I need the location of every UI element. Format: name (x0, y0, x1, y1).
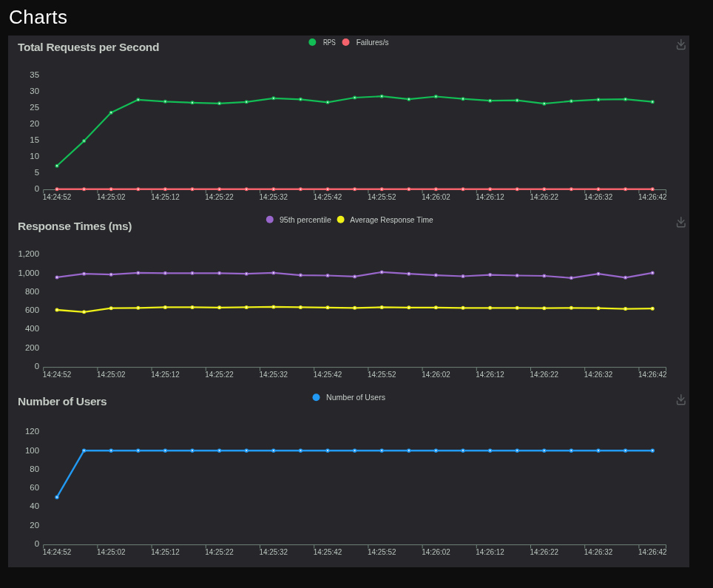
svg-text:14:26:42: 14:26:42 (638, 547, 667, 556)
svg-text:30: 30 (30, 87, 39, 95)
svg-text:40: 40 (30, 501, 39, 510)
svg-text:14:25:52: 14:25:52 (368, 192, 396, 201)
svg-text:14:26:42: 14:26:42 (638, 192, 667, 201)
svg-text:10: 10 (30, 152, 39, 160)
svg-text:14:24:52: 14:24:52 (43, 370, 72, 379)
svg-text:RPS: RPS (323, 38, 336, 47)
svg-text:14:24:52: 14:24:52 (43, 192, 72, 201)
svg-text:14:25:52: 14:25:52 (368, 370, 396, 379)
svg-text:14:25:12: 14:25:12 (151, 370, 180, 379)
svg-text:14:25:32: 14:25:32 (260, 547, 288, 556)
svg-text:14:26:32: 14:26:32 (584, 192, 613, 201)
svg-text:14:25:22: 14:25:22 (205, 192, 234, 201)
svg-text:Failures/s: Failures/s (356, 38, 389, 47)
svg-text:Number of Users: Number of Users (326, 393, 385, 402)
svg-text:14:26:12: 14:26:12 (476, 370, 504, 379)
svg-text:14:25:22: 14:25:22 (205, 547, 234, 556)
svg-text:14:26:22: 14:26:22 (530, 192, 559, 201)
svg-text:14:25:52: 14:25:52 (368, 547, 396, 556)
svg-text:800: 800 (25, 287, 39, 296)
svg-text:120: 120 (25, 427, 39, 436)
svg-text:14:25:22: 14:25:22 (205, 370, 234, 379)
svg-text:15: 15 (30, 135, 39, 144)
svg-text:5: 5 (35, 168, 39, 177)
svg-text:14:26:32: 14:26:32 (584, 370, 613, 379)
svg-text:25: 25 (30, 103, 39, 112)
svg-text:95th percentile: 95th percentile (280, 215, 331, 224)
svg-text:0: 0 (35, 362, 39, 371)
svg-text:200: 200 (25, 343, 39, 352)
svg-text:Number of Users: Number of Users (18, 395, 107, 408)
svg-text:60: 60 (30, 483, 39, 492)
svg-text:14:25:12: 14:25:12 (151, 547, 180, 556)
svg-text:14:26:32: 14:26:32 (584, 547, 613, 556)
svg-text:14:25:02: 14:25:02 (97, 547, 126, 556)
svg-text:14:26:42: 14:26:42 (638, 370, 667, 379)
svg-text:0: 0 (35, 184, 39, 193)
svg-text:14:25:02: 14:25:02 (97, 370, 126, 379)
svg-text:Total Requests per Second: Total Requests per Second (18, 41, 159, 53)
svg-text:14:25:12: 14:25:12 (151, 192, 180, 201)
svg-text:20: 20 (30, 521, 39, 530)
svg-text:1,000: 1,000 (18, 268, 39, 277)
svg-text:14:26:02: 14:26:02 (422, 370, 450, 379)
svg-text:14:25:32: 14:25:32 (260, 370, 288, 379)
svg-text:14:25:02: 14:25:02 (97, 192, 126, 201)
svg-text:Charts: Charts (9, 6, 68, 28)
svg-text:35: 35 (30, 70, 39, 79)
svg-text:14:25:42: 14:25:42 (314, 547, 342, 556)
svg-text:14:26:22: 14:26:22 (530, 370, 559, 379)
svg-text:14:26:02: 14:26:02 (422, 192, 450, 201)
svg-text:1,200: 1,200 (18, 249, 39, 258)
svg-text:600: 600 (25, 305, 39, 314)
svg-text:0: 0 (35, 539, 39, 548)
svg-text:400: 400 (25, 324, 39, 333)
svg-text:Average Response Time: Average Response Time (350, 215, 433, 224)
svg-text:14:25:32: 14:25:32 (260, 192, 288, 201)
svg-text:14:24:52: 14:24:52 (43, 547, 72, 556)
svg-text:14:26:02: 14:26:02 (422, 547, 450, 556)
svg-text:14:26:22: 14:26:22 (530, 547, 559, 556)
svg-text:80: 80 (30, 464, 39, 473)
svg-text:14:26:12: 14:26:12 (476, 192, 504, 201)
svg-text:100: 100 (25, 446, 39, 455)
svg-text:14:25:42: 14:25:42 (314, 192, 342, 201)
svg-text:20: 20 (30, 119, 39, 128)
svg-text:Response Times (ms): Response Times (ms) (18, 220, 132, 232)
svg-text:14:26:12: 14:26:12 (476, 547, 504, 556)
svg-text:14:25:42: 14:25:42 (314, 370, 342, 379)
